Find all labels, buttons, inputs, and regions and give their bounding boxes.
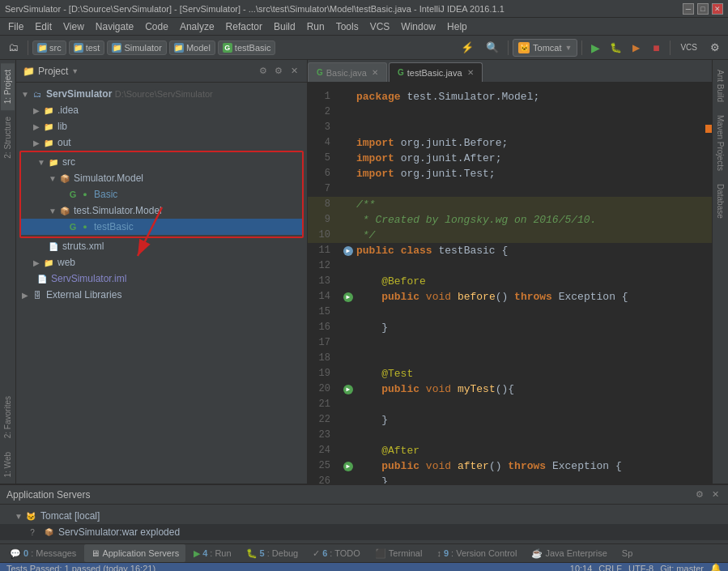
run-config-dropdown[interactable]: 🐱 Tomcat ▼: [513, 39, 577, 57]
toolbar-search-btn[interactable]: 🔍: [481, 39, 504, 57]
menu-analyze[interactable]: Analyze: [175, 19, 219, 34]
testbasic-tab-label: testBasic.java: [407, 68, 462, 78]
bottom-tab-messages[interactable]: 💬 0 : Messages: [3, 544, 83, 562]
toolbar-simulator-breadcrumb[interactable]: 📁 Simulator: [107, 40, 166, 55]
bottom-tab-terminal[interactable]: ⬛ Terminal: [368, 544, 429, 562]
tree-out[interactable]: ▶ 📁 out: [16, 134, 307, 151]
panel-close-btn[interactable]: ✕: [287, 65, 300, 78]
toolbar-src-breadcrumb[interactable]: 📁 src: [32, 40, 66, 55]
minimize-button[interactable]: ─: [683, 3, 694, 15]
toolbar-vcs-btn[interactable]: VCS: [675, 39, 702, 57]
tab-testbasic-java[interactable]: G testBasic.java ✕: [389, 62, 483, 82]
tree-src[interactable]: ▼ 📁 src: [21, 154, 302, 170]
run-button[interactable]: ▶: [586, 39, 604, 57]
menu-code[interactable]: Code: [140, 19, 173, 34]
bottom-tab-debug[interactable]: 🐛 5 : Debug: [240, 544, 305, 562]
toolbar-sep-3: [581, 40, 582, 55]
tab-basic-java[interactable]: G Basic.java ✕: [308, 62, 387, 82]
maven-projects-tab[interactable]: Maven Projects: [713, 109, 727, 177]
code-line-22: 22 }: [308, 412, 712, 428]
panel-settings-btn[interactable]: ⚙: [257, 65, 270, 78]
code-line-11: 11 ▶ public class testBasic {: [308, 243, 712, 258]
run-gutter-icon-25[interactable]: ▶: [343, 462, 353, 471]
panel-gear-btn[interactable]: ⚙: [272, 65, 285, 78]
stop-icon: ■: [653, 41, 659, 54]
tree-idea[interactable]: ▶ 📁 .idea: [16, 102, 307, 118]
status-notification-icon: 🔔: [710, 563, 722, 571]
menu-file[interactable]: File: [3, 19, 28, 34]
tree-ext-libs[interactable]: ▶ 🗄 External Libraries: [16, 287, 307, 303]
tree-test-simulator-model[interactable]: ▼ 📦 test.Simulator.Model: [21, 202, 302, 219]
war-artifact-item[interactable]: ? 📦 ServSimulator:war exploded: [0, 524, 728, 540]
bottom-tab-run[interactable]: ▶ 4 : Run: [187, 544, 237, 562]
basic-tab-label: Basic.java: [326, 68, 367, 78]
menu-tools[interactable]: Tools: [331, 19, 364, 34]
toolbar-test-breadcrumb[interactable]: 📁 test: [69, 40, 105, 55]
toolbar-settings-btn[interactable]: ⚙: [705, 39, 725, 57]
tree-root-label: ServSimulator D:\Source\ServSimulator: [46, 88, 213, 100]
code-line-18: 18: [308, 351, 712, 366]
sidebar-tab-project[interactable]: 1: Project: [1, 63, 15, 110]
menu-build[interactable]: Build: [269, 19, 300, 34]
basic-tab-close[interactable]: ✕: [372, 68, 378, 77]
server-settings-btn[interactable]: ⚙: [693, 488, 706, 501]
tomcat-server-item[interactable]: ▼ 🐱 Tomcat [local]: [0, 508, 728, 524]
bottom-tab-todo[interactable]: ✓ 6 : TODO: [306, 544, 367, 562]
testbasic-tab-close[interactable]: ✕: [467, 68, 474, 77]
tree-simulator-model[interactable]: ▼ 📦 Simulator.Model: [21, 170, 302, 186]
menu-refactor[interactable]: Refactor: [221, 19, 267, 34]
tree-ext-libs-label: External Libraries: [46, 289, 121, 300]
ant-build-tab[interactable]: Ant Build: [713, 63, 727, 109]
bottom-tab-java-enterprise[interactable]: ☕ Java Enterprise: [525, 544, 613, 562]
database-tab[interactable]: Database: [713, 177, 727, 225]
messages-label: : Messages: [31, 548, 76, 558]
toolbar-project-icon[interactable]: 🗂: [3, 39, 23, 57]
sidebar-tab-favorites[interactable]: 2: Favorites: [1, 390, 15, 445]
code-line-13: 13 @Before: [308, 274, 712, 289]
menu-help[interactable]: Help: [442, 19, 472, 34]
bottom-tab-vcs[interactable]: ↕ 9 : Version Control: [430, 544, 523, 562]
tomcat-icon: 🐱: [24, 509, 37, 522]
run-tab-label: : Run: [210, 548, 231, 558]
error-marker: [705, 125, 712, 133]
menu-view[interactable]: View: [58, 19, 89, 34]
debug-button[interactable]: 🐛: [607, 39, 624, 57]
test-package-icon: 📦: [58, 204, 71, 217]
menu-edit[interactable]: Edit: [30, 19, 57, 34]
bottom-tab-app-servers[interactable]: 🖥 Application Servers: [84, 544, 185, 562]
tomcat-expand-arrow: ▼: [13, 512, 24, 521]
menu-window[interactable]: Window: [396, 19, 441, 34]
sidebar-tab-structure[interactable]: 2: Structure: [1, 110, 15, 165]
app-servers-panel: Application Servers ⚙ ✕ ▼ 🐱 Tomcat [loca…: [0, 484, 728, 543]
tree-struts[interactable]: 📄 struts.xml: [16, 238, 307, 254]
menu-run[interactable]: Run: [302, 19, 330, 34]
app-servers-content: ▼ 🐱 Tomcat [local] ? 📦 ServSimulator:war…: [0, 505, 728, 543]
menu-navigate[interactable]: Navigate: [91, 19, 138, 34]
stop-button[interactable]: ■: [647, 39, 665, 57]
run-gutter-icon-14[interactable]: ▶: [343, 292, 353, 302]
tree-web[interactable]: ▶ 📁 web: [16, 254, 307, 271]
tree-lib[interactable]: ▶ 📁 lib: [16, 118, 307, 134]
tree-lib-label: lib: [57, 121, 67, 132]
run-gutter-icon-20[interactable]: ▶: [343, 385, 353, 394]
toolbar-model-breadcrumb[interactable]: 📁 Model: [169, 40, 215, 55]
close-button[interactable]: ✕: [712, 3, 723, 15]
tree-basic[interactable]: G ● Basic: [21, 186, 302, 202]
code-editor[interactable]: 1 package test.Simulator.Model; 2 3 4: [308, 83, 712, 484]
toolbar-testbasic-breadcrumb[interactable]: G testBasic: [218, 40, 276, 55]
toolbar-breadcrumb: 🗂 📁 src 📁 test 📁 Simulator 📁 Model G: [3, 39, 275, 57]
server-close-btn[interactable]: ✕: [709, 488, 722, 501]
sidebar-tab-web[interactable]: 1: Web: [1, 445, 15, 484]
tree-iml[interactable]: 📄 ServSimulator.iml: [16, 271, 307, 287]
tree-testbasic[interactable]: G ● testBasic: [21, 219, 302, 235]
code-line-17: 17: [308, 335, 712, 351]
run-gutter-icon[interactable]: ▶: [343, 246, 353, 256]
tree-root[interactable]: ▼ 🗂 ServSimulator D:\Source\ServSimulato…: [16, 86, 307, 102]
maximize-button[interactable]: □: [697, 3, 709, 15]
menu-vcs[interactable]: VCS: [365, 19, 395, 34]
toolbar-build-btn[interactable]: ⚡: [456, 39, 479, 57]
testbasic-class-icon: ●: [79, 220, 92, 233]
run-configuration-section: ⚡ 🔍 🐱 Tomcat ▼ ▶ 🐛 ▶ ■: [456, 39, 665, 57]
run-coverage-button[interactable]: ▶: [627, 39, 645, 57]
bottom-tab-sp[interactable]: Sp: [615, 544, 639, 562]
